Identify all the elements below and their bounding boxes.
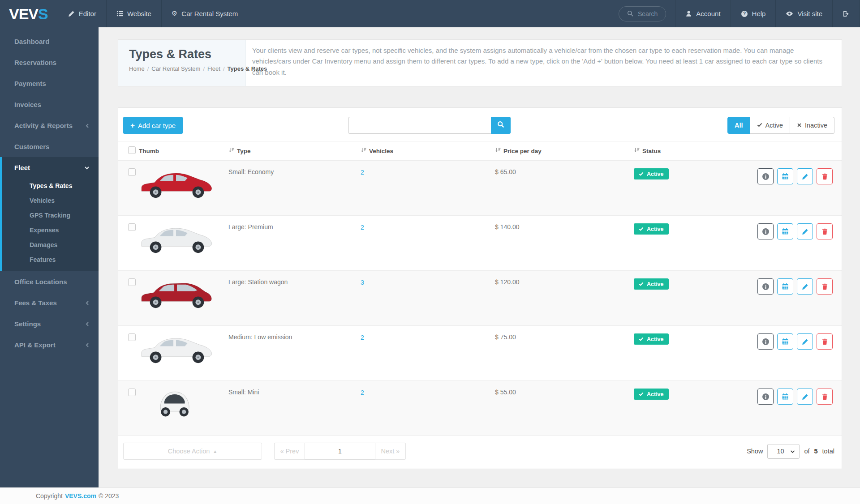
sidebar-item-features[interactable]: Features	[2, 252, 99, 267]
sidebar-item-types-rates[interactable]: Types & Rates	[2, 178, 99, 193]
sidebar-item-settings[interactable]: Settings	[0, 313, 99, 334]
nav-item-help[interactable]: ? Help	[731, 0, 776, 27]
sidebar-item-fleet[interactable]: Fleet	[2, 157, 99, 178]
sidebar-item-invoices[interactable]: Invoices	[0, 94, 99, 115]
row-checkbox[interactable]	[128, 333, 136, 341]
calendar-button[interactable]	[777, 333, 793, 350]
vehicles-count-link[interactable]: 2	[361, 389, 364, 396]
delete-button[interactable]	[817, 223, 833, 239]
row-checkbox[interactable]	[128, 223, 136, 231]
filter-inactive-button[interactable]: Inactive	[790, 117, 834, 134]
svg-text:?: ?	[743, 11, 746, 16]
prev-page-button[interactable]: « Prev	[274, 443, 305, 460]
calendar-button[interactable]	[777, 389, 793, 405]
main-content: Types & Rates Home/ Car Rental System/ F…	[99, 27, 860, 487]
column-type-sort[interactable]: Type	[228, 147, 251, 154]
chevron-down-icon	[790, 448, 795, 455]
eye-icon	[786, 10, 793, 17]
pagination: « Prev Next »	[274, 443, 406, 460]
row-checkbox[interactable]	[128, 278, 136, 286]
vehicles-count-link[interactable]: 2	[361, 224, 364, 231]
pencil-icon	[802, 393, 808, 400]
nav-item-account[interactable]: Account	[675, 0, 730, 27]
vehicles-count-link[interactable]: 2	[361, 334, 364, 341]
pencil-icon	[802, 228, 808, 235]
calendar-icon	[782, 173, 789, 180]
nav-item-visit-site[interactable]: Visit site	[775, 0, 832, 27]
sidebar-item-reservations[interactable]: Reservations	[0, 52, 99, 73]
add-car-type-button[interactable]: + Add car type	[123, 117, 183, 134]
car-thumbnail	[139, 276, 228, 315]
sidebar-item-dashboard[interactable]: Dashboard	[0, 31, 99, 52]
info-button[interactable]	[757, 168, 774, 184]
delete-button[interactable]	[817, 333, 833, 350]
calendar-icon	[782, 228, 789, 235]
trash-icon	[821, 338, 828, 345]
choose-action-button[interactable]: Choose Action ▲	[123, 443, 262, 460]
select-all-checkbox[interactable]	[128, 146, 136, 154]
calendar-button[interactable]	[777, 278, 793, 295]
info-button[interactable]	[757, 333, 774, 350]
page-number-input[interactable]	[305, 443, 375, 460]
info-button[interactable]	[757, 278, 774, 295]
filter-all-button[interactable]: All	[727, 117, 750, 134]
edit-button[interactable]	[797, 223, 813, 239]
sidebar-item-expenses[interactable]: Expenses	[2, 222, 99, 237]
delete-button[interactable]	[817, 168, 833, 184]
table-footer-bar: Choose Action ▲ « Prev Next » Show 10 of…	[118, 443, 842, 460]
next-page-button[interactable]: Next »	[375, 443, 406, 460]
table-search-input[interactable]	[348, 117, 491, 134]
vehicles-count-link[interactable]: 2	[361, 169, 364, 176]
breadcrumb-fleet[interactable]: Fleet	[207, 65, 220, 72]
row-checkbox[interactable]	[128, 168, 136, 176]
row-checkbox[interactable]	[128, 389, 136, 396]
info-icon	[762, 228, 770, 235]
logo-text: VEVS	[9, 6, 48, 21]
info-button[interactable]	[757, 389, 774, 405]
info-button[interactable]	[757, 223, 774, 239]
column-status-sort[interactable]: Status	[634, 147, 661, 154]
breadcrumb-car-rental-system[interactable]: Car Rental System	[151, 65, 200, 72]
breadcrumb-home[interactable]: Home	[129, 65, 145, 72]
sidebar-item-gps-tracking[interactable]: GPS Tracking	[2, 208, 99, 222]
vehicles-count-link[interactable]: 3	[361, 279, 364, 286]
edit-button[interactable]	[797, 168, 813, 184]
car-type-label: Medium: Low emission	[228, 333, 361, 341]
sort-icon	[228, 147, 234, 154]
delete-button[interactable]	[817, 278, 833, 295]
total-label: total	[822, 448, 834, 455]
sidebar-item-office-locations[interactable]: Office Locations	[0, 271, 99, 292]
column-vehicles-sort[interactable]: Vehicles	[361, 147, 393, 154]
sidebar-item-vehicles[interactable]: Vehicles	[2, 193, 99, 208]
calendar-button[interactable]	[777, 223, 793, 239]
sidebar-item-fees-taxes[interactable]: Fees & Taxes	[0, 292, 99, 313]
sidebar-item-activity-reports[interactable]: Activity & Reports	[0, 115, 99, 136]
calendar-button[interactable]	[777, 168, 793, 184]
navbar-search[interactable]: Search	[619, 6, 666, 21]
edit-button[interactable]	[797, 333, 813, 350]
price-per-day: $ 75.00	[495, 333, 634, 341]
page-footer: Copyright VEVS.com © 2023	[0, 487, 860, 504]
page-title: Types & Rates	[129, 47, 235, 61]
nav-item-car-rental-system[interactable]: ⚙ Car Rental System	[161, 0, 248, 27]
filter-active-button[interactable]: Active	[750, 117, 791, 134]
sidebar-item-customers[interactable]: Customers	[0, 136, 99, 157]
table-row: Medium: Low emission 2 $ 75.00 Active	[118, 326, 842, 381]
sidebar-item-payments[interactable]: Payments	[0, 73, 99, 94]
nav-item-website[interactable]: Website	[106, 0, 161, 27]
nav-item-logout[interactable]	[832, 0, 860, 27]
column-price-sort[interactable]: Price per day	[495, 147, 542, 154]
sidebar-item-damages[interactable]: Damages	[2, 237, 99, 252]
edit-button[interactable]	[797, 389, 813, 405]
table-search-button[interactable]	[491, 117, 511, 134]
check-icon	[639, 226, 644, 231]
table-toolbar: + Add car type All Active	[118, 108, 842, 134]
nav-item-editor[interactable]: Editor	[58, 0, 106, 27]
nav-item-label: Editor	[79, 10, 96, 17]
edit-button[interactable]	[797, 278, 813, 295]
show-per-page-select[interactable]: 10	[767, 444, 800, 459]
delete-button[interactable]	[817, 389, 833, 405]
vevs-link[interactable]: VEVS.com	[65, 492, 96, 500]
sidebar-item-api-export[interactable]: API & Export	[0, 334, 99, 355]
app-logo[interactable]: VEVS	[0, 0, 58, 27]
